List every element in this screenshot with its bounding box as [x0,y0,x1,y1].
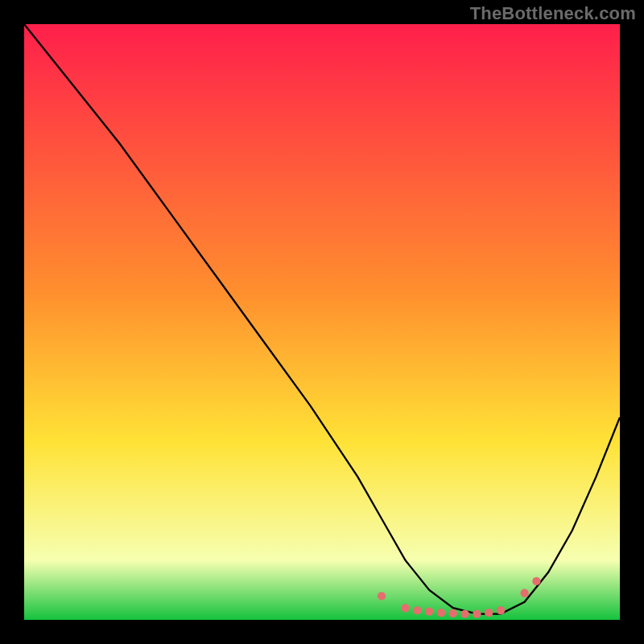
highlight-dot [449,609,457,617]
highlight-dot [413,606,421,614]
highlight-dot [401,604,409,612]
highlight-dot [425,607,433,615]
chart-root: TheBottleneck.com [0,0,644,644]
highlight-dot [473,609,481,617]
highlight-dot [532,577,540,585]
highlight-dot [378,592,386,600]
highlight-dot [520,589,528,597]
plot-background [24,24,620,620]
highlight-dot [497,606,505,614]
highlight-dot [437,609,445,617]
chart-svg [0,0,644,644]
highlight-dot [460,609,469,617]
highlight-dot [485,609,493,617]
watermark-text: TheBottleneck.com [470,3,636,24]
